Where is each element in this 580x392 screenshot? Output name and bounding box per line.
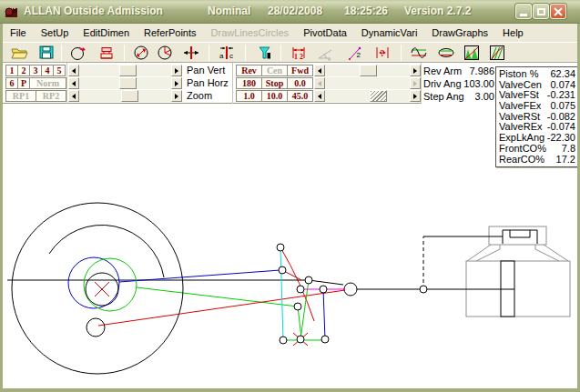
driv-ang-value: 103.00 [463,78,494,90]
zoom-track[interactable] [79,90,171,102]
window-border-left [0,24,3,392]
step-ang-track[interactable] [325,90,410,102]
menu-help[interactable]: Help [495,24,531,42]
view-button-3[interactable]: 3 [29,65,42,76]
zoom-right-arrow[interactable] [171,90,182,102]
svg-text:c: c [229,52,233,60]
view-button-norm: Norm [29,77,66,89]
rev-angle-value[interactable]: 180 [236,77,262,89]
calc-icon[interactable]: ac [216,44,238,62]
menu-drawgraphs[interactable]: DrawGraphs [424,24,495,42]
piston-value: 62.34 [550,69,575,80]
valve-oval-icon[interactable] [435,44,457,62]
menu-dynamicvari[interactable]: DynamicVari [354,24,425,42]
menu-file[interactable]: File [3,24,34,42]
menu-setup[interactable]: SetUp [34,24,76,42]
view-button-4[interactable]: 4 [41,65,54,76]
menu-drawlinescircles: DrawLinesCircles [204,24,297,42]
fwd-button[interactable]: Fwd [287,65,313,76]
fwd-angle-value[interactable]: 0.0 [287,77,313,89]
graph-hatch-icon[interactable] [486,44,508,62]
pan-horz-right-arrow[interactable] [171,77,182,89]
rev-arm-thumb[interactable] [360,65,377,76]
zoom-scrollbar [68,90,182,102]
step-ang-readout: Step Ang 3.00 [423,91,494,103]
pan-vert-thumb[interactable] [119,65,137,76]
angle-measure-icon[interactable]: e [314,44,336,62]
divider [232,63,233,104]
close-button[interactable] [550,4,566,19]
graph-area-icon[interactable] [461,44,483,62]
press-icon[interactable] [96,44,117,62]
zoom-thumb[interactable] [121,90,138,102]
arrow-right-icon [175,68,181,74]
rev-button[interactable]: Rev [236,65,262,76]
valvefex-label: ValveFEx [499,101,541,112]
query-distance-icon[interactable]: ? [371,44,393,62]
svg-text:e: e [328,56,331,62]
rev-arm-right-arrow[interactable] [410,65,421,76]
speed-mid-value[interactable]: 10.0 [261,90,288,102]
filter-icon[interactable] [254,44,276,62]
menu-editdimen[interactable]: EditDimen [76,24,137,42]
pan-vert-right-arrow[interactable] [171,65,182,76]
redraw-wheel-icon[interactable] [67,44,89,62]
pan-vert-scrollbar [68,65,182,76]
measure-distance-icon[interactable] [180,44,202,62]
view-button-6[interactable]: 6 [5,77,18,89]
explkang-label: ExpLkAng [499,133,544,144]
save-icon[interactable] [36,44,57,62]
rearco-value: 17.2 [556,155,575,166]
view-button-2[interactable]: 2 [17,65,30,76]
data-row-frontco: FrontCO%7.8 [499,144,575,155]
step-ang-right-arrow[interactable] [410,90,421,102]
toolbar-separator [124,45,125,61]
rearco-label: RearCO% [499,155,544,166]
control-strip: 1 2 3 4 5 6 P Norm RP1 RP2 Pan Vert Pan … [3,63,577,104]
dimension-1-2-icon[interactable]: 12 [288,44,310,62]
rev-arm-left-arrow[interactable] [314,65,325,76]
view-button-p[interactable]: P [17,77,30,89]
pan-horz-left-arrow[interactable] [68,77,79,89]
toolbar: ac 12 e 2 ? [3,42,577,63]
step-ang-left-arrow[interactable] [314,90,325,102]
pan-vert-left-arrow[interactable] [68,65,79,76]
window-time: 18:25:26 [344,5,388,17]
toolbar-separator [61,45,62,61]
menu-referpoints[interactable]: ReferPoints [137,24,203,42]
window-border-bottom [0,388,580,392]
svg-text:?: ? [381,48,385,58]
pan-horz-track[interactable] [79,77,171,89]
toolbar-separator [280,45,281,61]
data-row-rearco: RearCO%17.2 [499,155,575,166]
speed-slow-value[interactable]: 1.0 [236,90,262,102]
pan-vert-track[interactable] [79,65,171,76]
data-row-valvefex: ValveFEx0.075 [499,101,575,112]
rev-arm-track[interactable] [325,65,410,76]
stop-button[interactable]: Stop [261,77,288,89]
view-button-5[interactable]: 5 [53,65,66,76]
arrow-left-icon [69,68,76,74]
window-version: Version 2.7.2 [404,5,471,17]
step-ang-thumb[interactable] [370,90,387,102]
maximize-button[interactable] [533,4,549,19]
rev-arm-readout: Rev Arm 7.986 [423,65,494,77]
rev-arm-scrollbar [314,65,421,76]
driv-ang-label: Driv Ang [423,78,462,90]
cen-button: Cen [261,65,288,76]
line-squared-icon[interactable]: 2 [344,44,366,62]
sine-wave-icon[interactable] [408,44,430,62]
zoom-left-arrow[interactable] [68,90,79,102]
rotate-icon[interactable] [130,44,152,62]
angle-circle-icon[interactable] [154,44,176,62]
view-button-1[interactable]: 1 [5,65,18,76]
open-folder-icon[interactable] [8,44,30,62]
divider [66,63,67,104]
menu-pivotdata[interactable]: PivotData [296,24,354,42]
arrow-left-icon [315,81,321,86]
rev-arm-label: Rev Arm [423,65,462,77]
minimize-button[interactable] [515,4,532,19]
speed-fast-value[interactable]: 45.0 [287,90,313,102]
step-ang-value: 3.00 [475,91,494,103]
pan-horz-thumb[interactable] [119,77,137,89]
